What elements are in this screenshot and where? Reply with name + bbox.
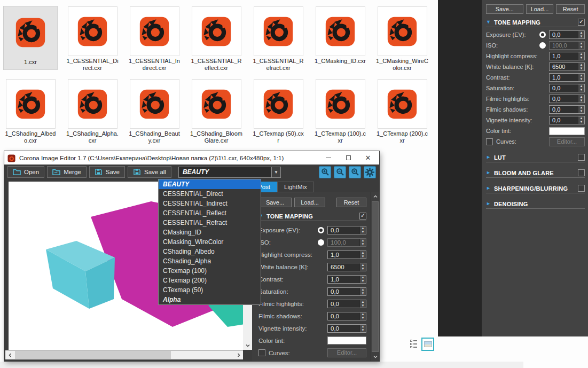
spin-down-icon[interactable]: ▼ bbox=[578, 120, 584, 124]
radio-unselected[interactable] bbox=[318, 239, 324, 246]
spin-up-icon[interactable]: ▲ bbox=[578, 84, 584, 88]
spinner[interactable]: ▲▼ bbox=[578, 116, 584, 124]
file-tile[interactable]: 1_CTexmap (100).cxr bbox=[313, 79, 367, 144]
file-tile[interactable]: 1.cxr bbox=[4, 6, 57, 69]
spin-down-icon[interactable]: ▼ bbox=[578, 77, 584, 81]
channel-option[interactable]: CTexmap (200) bbox=[159, 276, 261, 285]
color-tint-swatch[interactable] bbox=[549, 127, 585, 135]
channel-option[interactable]: CTexmap (50) bbox=[159, 285, 261, 295]
spinner[interactable]: ▲▼ bbox=[578, 95, 584, 103]
spinner[interactable]: ▲▼ bbox=[578, 63, 584, 71]
spinner[interactable]: ▲▼ bbox=[359, 251, 366, 259]
spin-down-icon[interactable]: ▼ bbox=[578, 35, 584, 38]
spin-up-icon[interactable]: ▲ bbox=[578, 106, 584, 109]
merge-button[interactable]: Merge bbox=[47, 166, 87, 178]
spinner[interactable]: ▲▼ bbox=[578, 74, 584, 81]
spin-down-icon[interactable]: ▼ bbox=[360, 230, 366, 234]
file-tile[interactable]: 1_CShading_Albedo.cxr bbox=[4, 79, 57, 144]
value-field[interactable]: 0,0▲▼ bbox=[327, 300, 366, 308]
panel-scrollbar[interactable] bbox=[371, 192, 379, 361]
spin-up-icon[interactable]: ▲ bbox=[360, 276, 366, 279]
section-bloom-and-glare[interactable]: ►BLOOM AND GLARE bbox=[486, 169, 585, 178]
file-tile[interactable]: 1_CShading_Beauty.cxr bbox=[128, 79, 181, 144]
spinner[interactable]: ▲▼ bbox=[359, 239, 366, 246]
load-button[interactable]: Load... bbox=[294, 198, 325, 207]
file-tile[interactable]: 1_CESSENTIAL_Reflect.cxr bbox=[190, 6, 243, 72]
file-tile[interactable]: 1_CESSENTIAL_Direct.cxr bbox=[66, 6, 119, 72]
curves-editor-button[interactable]: Editor... bbox=[327, 348, 366, 357]
save-button[interactable]: Save bbox=[89, 166, 125, 178]
section-lut[interactable]: ►LUT bbox=[486, 154, 585, 162]
radio-unselected[interactable] bbox=[539, 42, 546, 49]
curves-checkbox[interactable] bbox=[258, 349, 265, 356]
channel-option[interactable]: Alpha bbox=[159, 295, 261, 304]
spinner[interactable]: ▲▼ bbox=[359, 288, 366, 295]
scrollbar-thumb[interactable] bbox=[15, 351, 171, 359]
channel-option[interactable]: CTexmap (100) bbox=[159, 266, 261, 276]
value-field[interactable]: 0,0▲▼ bbox=[549, 84, 585, 92]
tone-mapping-section-header[interactable]: ▼TONE MAPPING bbox=[258, 213, 366, 221]
spin-up-icon[interactable]: ▲ bbox=[360, 263, 366, 267]
value-field[interactable]: 6500▲▼ bbox=[549, 62, 585, 71]
spin-up-icon[interactable]: ▲ bbox=[578, 95, 584, 99]
file-tile[interactable]: 1_CShading_Alpha.cxr bbox=[66, 79, 119, 144]
scroll-down-icon[interactable] bbox=[243, 341, 252, 350]
value-field[interactable]: 1,0▲▼ bbox=[327, 250, 366, 259]
value-field[interactable]: 0,0▲▼ bbox=[549, 30, 585, 39]
thumbnails-view-icon[interactable] bbox=[421, 338, 434, 351]
zoom-reset-button[interactable] bbox=[349, 166, 361, 178]
color-tint-swatch[interactable] bbox=[327, 336, 366, 344]
value-field[interactable]: 6500▲▼ bbox=[327, 263, 366, 271]
spinner[interactable]: ▲▼ bbox=[359, 276, 366, 283]
value-field[interactable]: 1,0▲▼ bbox=[549, 73, 585, 82]
spin-down-icon[interactable]: ▼ bbox=[360, 292, 366, 295]
section-enable-checkbox[interactable] bbox=[578, 154, 585, 161]
spin-up-icon[interactable]: ▲ bbox=[578, 42, 584, 45]
curves-editor-button[interactable]: Editor... bbox=[549, 137, 585, 146]
channel-option[interactable]: CESSENTIAL_Direct bbox=[159, 189, 261, 199]
minimize-button[interactable] bbox=[320, 153, 336, 163]
spinner[interactable]: ▲▼ bbox=[578, 31, 584, 38]
spin-down-icon[interactable]: ▼ bbox=[578, 109, 584, 113]
channel-option[interactable]: CMasking_WireColor bbox=[159, 237, 261, 247]
value-field[interactable]: 1,0▲▼ bbox=[549, 52, 585, 60]
file-tile[interactable]: 1_CTexmap (200).cxr bbox=[375, 79, 429, 144]
spinner[interactable]: ▲▼ bbox=[359, 226, 366, 234]
tone-mapping-section-header[interactable]: ▼TONE MAPPING bbox=[486, 19, 585, 27]
maximize-button[interactable] bbox=[340, 153, 356, 163]
scroll-left-icon[interactable] bbox=[5, 351, 14, 359]
spin-up-icon[interactable]: ▲ bbox=[578, 52, 584, 56]
spin-down-icon[interactable]: ▼ bbox=[360, 304, 366, 308]
spin-up-icon[interactable]: ▲ bbox=[360, 239, 366, 242]
spin-up-icon[interactable]: ▲ bbox=[578, 31, 584, 35]
details-view-icon[interactable] bbox=[410, 340, 417, 349]
value-field[interactable]: 0,0▲▼ bbox=[327, 324, 366, 333]
radio-selected[interactable] bbox=[318, 227, 324, 233]
spin-up-icon[interactable]: ▲ bbox=[360, 288, 366, 292]
spin-down-icon[interactable]: ▼ bbox=[578, 67, 584, 71]
spinner[interactable]: ▲▼ bbox=[359, 325, 366, 332]
section-enable-checkbox[interactable] bbox=[578, 185, 585, 192]
load-button[interactable]: Load... bbox=[526, 4, 554, 14]
spin-up-icon[interactable]: ▲ bbox=[578, 63, 584, 67]
value-field[interactable]: 100,0▲▼ bbox=[327, 238, 366, 247]
channel-option[interactable]: CMasking_ID bbox=[159, 228, 261, 237]
spin-down-icon[interactable]: ▼ bbox=[360, 328, 366, 332]
settings-gear-button[interactable] bbox=[364, 166, 376, 178]
save-button[interactable]: Save... bbox=[486, 4, 523, 14]
channel-option[interactable]: BEAUTY bbox=[159, 179, 261, 189]
save-button[interactable]: Save... bbox=[258, 198, 292, 207]
spinner[interactable]: ▲▼ bbox=[359, 263, 366, 271]
tone-mapping-enable-checkbox[interactable] bbox=[359, 213, 366, 220]
reset-button[interactable]: Reset bbox=[556, 4, 585, 14]
section-denoising[interactable]: ►DENOISING bbox=[486, 200, 585, 209]
canvas-horizontal-scrollbar[interactable] bbox=[5, 350, 243, 359]
spin-up-icon[interactable]: ▲ bbox=[578, 74, 584, 77]
spin-down-icon[interactable]: ▼ bbox=[578, 56, 584, 60]
open-button[interactable]: Open bbox=[7, 166, 44, 178]
save-all-button[interactable]: Save all bbox=[128, 166, 171, 178]
spin-up-icon[interactable]: ▲ bbox=[360, 312, 366, 316]
file-tile[interactable]: 1_CESSENTIAL_Indirect.cxr bbox=[128, 6, 181, 72]
file-tile[interactable]: 1_CMasking_ID.cxr bbox=[313, 6, 367, 65]
spinner[interactable]: ▲▼ bbox=[578, 84, 584, 92]
